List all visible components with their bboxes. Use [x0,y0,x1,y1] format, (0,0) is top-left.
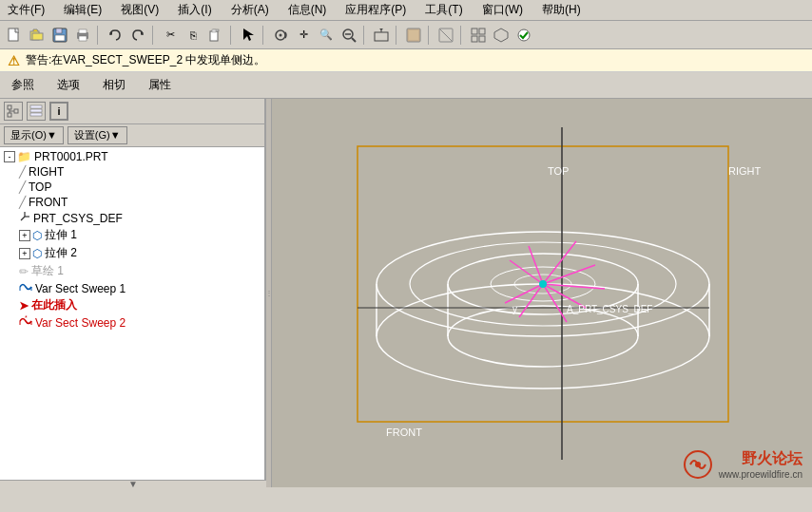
svg-rect-35 [14,109,18,113]
svg-text:TOP: TOP [548,165,569,177]
viewport[interactable]: RIGHT TOP FRONT A_PRT_CSYS_DEF y 野火论坛 ww… [272,99,812,487]
menu-insert[interactable]: 插入(I) [174,1,215,19]
svg-text:*: * [25,315,28,321]
view1-btn[interactable] [468,25,489,46]
copy-btn[interactable]: ⎘ [183,25,203,46]
tree-label-sketch1: 草绘 1 [31,263,64,279]
svg-rect-2 [32,33,43,40]
panel-icon-layer[interactable] [27,102,46,121]
svg-rect-28 [479,28,485,34]
svg-rect-4 [56,28,62,33]
menu-apps[interactable]: 应用程序(P) [341,1,410,19]
menu-analysis[interactable]: 分析(A) [227,1,273,19]
warning-bar: ⚠ 警告:在VAR_SECT_SWEEP_2 中发现单侧边。 [0,49,812,72]
sep1 [97,26,101,45]
undo-btn[interactable] [105,25,126,46]
feat-tangent[interactable]: 相切 [99,75,129,95]
svg-rect-49 [272,99,812,487]
sep6 [396,26,399,45]
watermark-text-block: 野火论坛 www.proewildfire.cn [719,449,802,480]
print-btn[interactable] [72,25,93,46]
expand-extrude2[interactable]: + [19,248,30,259]
save-btn[interactable] [49,25,70,46]
svg-point-32 [518,29,530,41]
zoom-in-btn[interactable]: 🔍 [316,25,337,46]
panel-icon-tree[interactable] [4,102,23,121]
svg-rect-20 [375,32,388,41]
tree-item-front[interactable]: ╱ FRONT [2,195,262,210]
tree-icon-sketch1: ✏ [19,265,29,278]
toggle3d-btn[interactable] [491,25,512,46]
zoom-out-btn[interactable] [338,25,359,46]
tree-icon-front: ╱ [19,196,26,209]
tree-label-vss1: Var Sect Sweep 1 [35,282,126,295]
select-btn[interactable] [238,25,259,46]
tree-label-extrude1: 拉伸 1 [45,227,77,243]
tree-label-root: PRT0001.PRT [34,150,108,163]
svg-marker-22 [379,28,383,30]
model-tree[interactable]: - 📁 PRT0001.PRT ╱ RIGHT ╱ TOP ╱ FRONT [0,147,264,480]
svg-rect-30 [479,36,485,42]
tree-item-root[interactable]: - 📁 PRT0001.PRT [2,149,262,164]
menu-view[interactable]: 视图(V) [117,1,163,19]
shading-btn[interactable] [403,25,424,46]
svg-rect-29 [472,36,477,42]
toolbar1: ✂ ⎘ ✛ 🔍 [0,21,812,49]
svg-rect-40 [30,113,42,116]
3d-scene: RIGHT TOP FRONT A_PRT_CSYS_DEF y [272,99,812,487]
tree-item-top[interactable]: ╱ TOP [2,180,262,195]
tree-item-vss1[interactable]: Var Sect Sweep 1 [2,280,262,296]
menu-info[interactable]: 信息(N) [284,1,331,19]
svg-rect-7 [79,29,87,33]
paste-btn[interactable] [205,25,226,46]
tree-item-insert[interactable]: ➤ 在此插入 [2,296,262,314]
svg-rect-39 [30,109,42,112]
sep4 [262,26,266,45]
svg-text:FRONT: FRONT [386,427,422,438]
menu-file[interactable]: 文件(F) [4,1,48,19]
tree-icon-top: ╱ [19,180,26,194]
watermark: 野火论坛 www.proewildfire.cn [683,449,802,480]
tree-item-sketch1[interactable]: ✏ 草绘 1 [2,262,262,280]
svg-rect-38 [30,105,42,108]
panel-resize-handle[interactable]: ▼ [0,480,266,487]
svg-text:RIGHT: RIGHT [728,165,762,177]
menu-tools[interactable]: 工具(T) [421,1,466,19]
watermark-logo [683,449,713,480]
menu-help[interactable]: 帮助(H) [538,1,585,19]
panel-controls: 显示(O)▼ 设置(G)▼ [0,124,264,147]
svg-text:A_PRT_CSYS_DEF: A_PRT_CSYS_DEF [567,304,652,314]
menu-window[interactable]: 窗口(W) [478,1,527,19]
menu-edit[interactable]: 编辑(E) [60,1,106,19]
tree-item-csys[interactable]: PRT_CSYS_DEF [2,210,262,226]
tree-item-extrude1[interactable]: + ⬡ 拉伸 1 [2,226,262,244]
panel-icon-info[interactable]: i [49,102,68,121]
svg-line-43 [21,217,25,220]
orient-btn[interactable] [371,25,392,46]
feat-options[interactable]: 选项 [53,75,84,95]
expand-extrude1[interactable]: + [19,230,30,241]
cut-btn[interactable]: ✂ [160,25,181,46]
tree-item-vss2[interactable]: * Var Sect Sweep 2 [2,314,262,331]
svg-text:y: y [512,304,517,314]
new-btn[interactable] [4,25,25,46]
display-dropdown[interactable]: 显示(O)▼ [4,126,64,144]
svg-marker-31 [494,28,508,42]
svg-rect-5 [55,35,65,41]
tree-item-right[interactable]: ╱ RIGHT [2,164,262,180]
hide-btn[interactable] [435,25,456,46]
tree-item-extrude2[interactable]: + ⬡ 拉伸 2 [2,244,262,262]
open-btn[interactable] [27,25,48,46]
spin-btn[interactable] [270,25,291,46]
settings-dropdown[interactable]: 设置(G)▼ [68,126,127,144]
feat-props[interactable]: 属性 [145,75,175,95]
tree-label-insert: 在此插入 [31,297,77,313]
feat-ref[interactable]: 参照 [8,75,38,95]
check-btn[interactable] [513,25,534,46]
svg-rect-11 [210,31,218,41]
tree-label-csys: PRT_CSYS_DEF [33,212,123,225]
tree-label-extrude2: 拉伸 2 [45,245,77,261]
expand-root[interactable]: - [4,151,15,162]
redo-btn[interactable] [127,25,148,46]
pan-btn[interactable]: ✛ [293,25,314,46]
